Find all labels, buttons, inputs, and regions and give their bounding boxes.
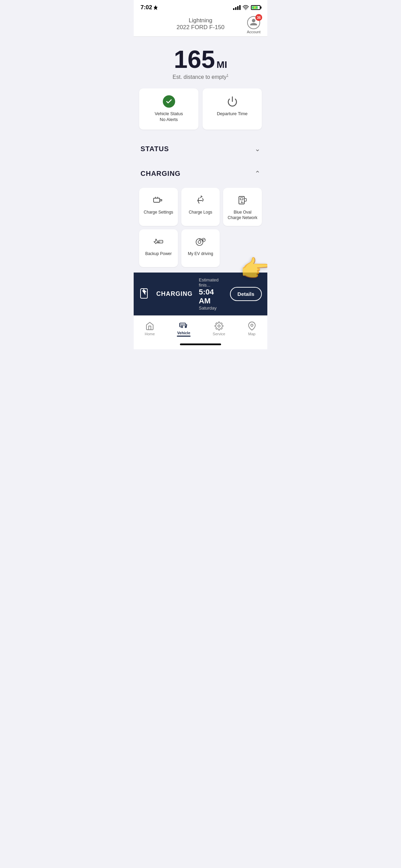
nav-map[interactable]: Map [242,320,262,337]
blue-oval-label: Blue Oval Charge Network [227,210,258,220]
charging-section-title: CHARGING [141,170,181,178]
svg-point-3 [161,199,162,200]
blue-oval-card[interactable]: Blue Oval Charge Network [223,188,262,226]
home-indicator [134,341,267,349]
account-badge: 36 [255,14,262,21]
svg-point-9 [198,241,201,243]
range-label: Est. distance to empty1 [141,74,260,80]
charging-bolt-icon [139,287,151,300]
nav-service[interactable]: Service [207,320,231,337]
charge-logs-label: Charge Logs [189,210,212,215]
range-value: 165 [174,46,215,73]
signal-icon [233,5,241,10]
charge-station-icon [238,195,248,206]
finish-day: Saturday [199,305,225,311]
finish-time: 5:04 AM [199,288,225,305]
backup-power-icon [153,236,164,247]
status-bar: 7:02 ⚡ [134,0,267,14]
vehicle-status-icon [163,95,175,108]
departure-time-card[interactable]: Departure Time [203,88,262,130]
battery-icon: ⚡ [251,5,260,10]
vehicle-status-label: Vehicle StatusNo Alerts [155,111,183,123]
charge-logs-card[interactable]: Charge Logs [181,188,220,226]
status-section-header[interactable]: STATUS ⌄ [134,138,267,160]
nav-home[interactable]: Home [139,320,160,337]
wifi-icon [243,5,249,10]
my-ev-driving-label: My EV driving [188,251,213,257]
svg-point-12 [181,326,183,328]
status-section-title: STATUS [141,145,169,153]
finish-label: Estimated finis... [199,277,225,288]
charging-grid: Charge Settings Charge Logs [134,184,267,273]
departure-time-label: Departure Time [217,111,248,117]
range-display: 165 MI [141,47,260,72]
backup-power-label: Backup Power [145,251,172,257]
quick-actions: Vehicle StatusNo Alerts Departure Time [134,88,267,138]
status-time: 7:02 [141,4,158,11]
charge-settings-label: Charge Settings [144,210,173,215]
charging-status-info: Estimated finis... 5:04 AM Saturday [199,277,225,311]
svg-point-15 [251,324,253,326]
nav-vehicle[interactable]: Vehicle [171,319,196,338]
car-plug-icon [153,195,164,206]
nav-map-label: Map [248,332,255,336]
svg-point-0 [245,9,246,10]
main-content: 165 MI Est. distance to empty1 Vehicle S… [134,37,267,273]
charging-status-bar: CHARGING Estimated finis... 5:04 AM Satu… [134,273,267,315]
svg-rect-6 [240,198,243,200]
svg-rect-2 [154,198,160,202]
my-ev-driving-card[interactable]: My EV driving [181,229,220,267]
backup-power-card[interactable]: Backup Power [139,229,178,267]
vehicle-model: 2022 FORD F-150 [177,24,224,31]
app-header: Lightning 2022 FORD F-150 36 Account [134,14,267,37]
vehicle-status-card[interactable]: Vehicle StatusNo Alerts [139,88,198,130]
nav-service-label: Service [213,332,226,336]
status-chevron-down-icon: ⌄ [255,145,260,153]
section-divider [134,160,267,162]
vehicle-name: Lightning [177,17,224,24]
nav-active-indicator [177,336,191,337]
nav-home-label: Home [145,332,155,336]
account-label: Account [247,30,260,34]
charge-logs-icon [195,195,206,206]
account-button[interactable]: 36 Account [247,16,260,34]
charging-section-header[interactable]: CHARGING ⌃ [134,162,267,184]
details-button[interactable]: Details [230,287,262,301]
charging-chevron-up-icon: ⌃ [255,169,260,178]
svg-point-14 [218,325,220,327]
ev-driving-icon [195,236,206,247]
vehicle-title: Lightning 2022 FORD F-150 [177,17,224,31]
status-icons: ⚡ [233,5,260,10]
range-unit: MI [217,59,227,70]
home-indicator-bar [180,343,221,345]
nav-vehicle-label: Vehicle [177,331,190,335]
range-section: 165 MI Est. distance to empty1 [134,37,267,88]
charging-status-label: CHARGING [156,290,193,298]
charging-status-icon-wrap [139,287,151,301]
bottom-nav: Home Vehicle Service Map [134,315,267,341]
svg-point-4 [161,201,162,201]
departure-time-icon [226,95,239,108]
charge-settings-card[interactable]: Charge Settings [139,188,178,226]
